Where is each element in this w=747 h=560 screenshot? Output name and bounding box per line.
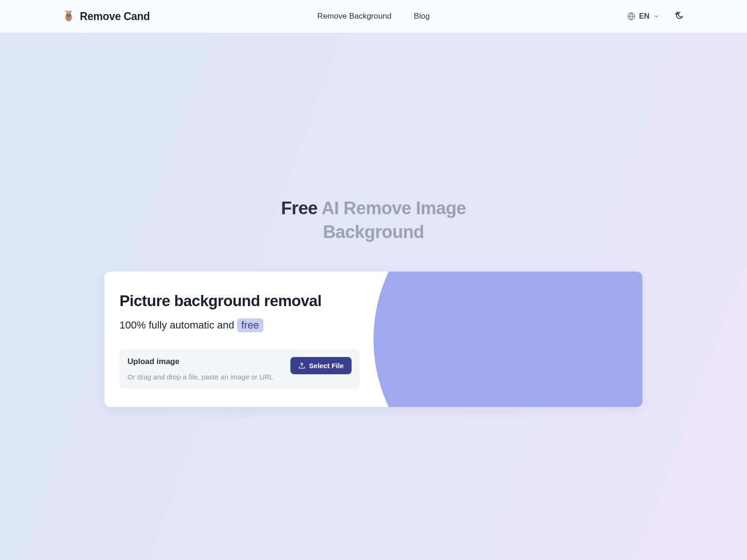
select-file-button[interactable]: Select File — [290, 357, 352, 374]
subtitle-prefix: 100% fully automatic and — [120, 319, 234, 331]
svg-point-3 — [70, 14, 70, 16]
language-code: EN — [639, 12, 649, 21]
upload-dropzone[interactable]: Upload image Or drag and drop a file, pa… — [120, 349, 359, 389]
card-subtitle: 100% fully automatic and free — [120, 318, 359, 332]
card-heading: Picture background removal — [120, 292, 359, 310]
svg-point-2 — [67, 14, 68, 16]
card-right-graphic — [374, 272, 642, 407]
free-badge: free — [237, 318, 263, 332]
brand-logo-icon — [63, 10, 74, 22]
hero-section: Free AI Remove Image Background Picture … — [0, 33, 747, 407]
card-left: Picture background removal 100% fully au… — [105, 272, 374, 407]
header: Remove Cand Remove Background Blog EN — [0, 0, 747, 33]
svg-point-9 — [677, 14, 678, 14]
globe-icon — [627, 12, 635, 21]
language-selector[interactable]: EN — [627, 12, 660, 21]
upload-icon — [298, 362, 305, 369]
upload-label: Upload image — [127, 357, 274, 366]
brand[interactable]: Remove Cand — [63, 10, 150, 23]
hero-title-part2: AI Remove Image — [322, 198, 466, 218]
svg-point-7 — [677, 12, 677, 13]
svg-point-1 — [65, 13, 72, 21]
nav-remove-background[interactable]: Remove Background — [317, 12, 392, 21]
upload-text: Upload image Or drag and drop a file, pa… — [127, 357, 274, 381]
svg-point-8 — [676, 14, 676, 14]
upload-hint: Or drag and drop a file, paste an image … — [127, 373, 274, 381]
nav-center: Remove Background Blog — [317, 12, 430, 21]
nav-blog[interactable]: Blog — [414, 12, 430, 21]
moon-icon — [675, 11, 684, 20]
chevron-down-icon — [653, 13, 660, 20]
theme-toggle[interactable] — [675, 11, 684, 22]
hero-title-part1: Free — [281, 198, 317, 218]
svg-point-4 — [68, 16, 70, 17]
decorative-circle — [374, 272, 642, 407]
hero-title: Free AI Remove Image Background — [281, 196, 466, 245]
hero-title-part3: Background — [323, 222, 424, 242]
brand-name: Remove Cand — [80, 10, 150, 23]
select-file-label: Select File — [309, 362, 344, 370]
upload-card: Picture background removal 100% fully au… — [105, 272, 642, 407]
header-right: EN — [627, 11, 684, 22]
